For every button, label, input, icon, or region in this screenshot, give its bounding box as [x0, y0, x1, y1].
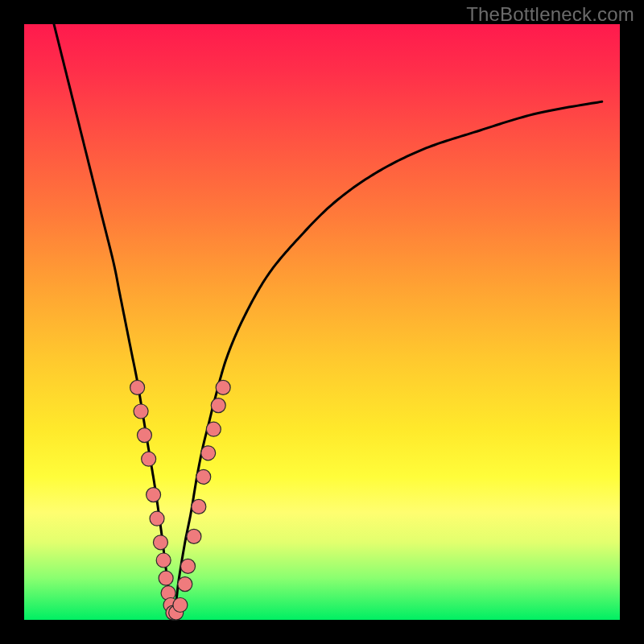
data-marker — [187, 529, 201, 543]
data-marker — [134, 404, 148, 419]
data-marker — [142, 452, 156, 466]
data-marker — [150, 511, 164, 526]
data-marker — [216, 380, 230, 394]
data-marker — [192, 499, 206, 514]
bottleneck-curve — [54, 24, 602, 620]
data-marker — [206, 422, 221, 436]
curve-right-branch — [173, 101, 602, 620]
data-marker — [173, 598, 188, 613]
data-marker — [178, 577, 192, 592]
data-marker — [153, 535, 167, 550]
marker-group — [130, 380, 231, 620]
chart-plot-area — [24, 24, 620, 620]
data-marker — [181, 559, 196, 573]
data-marker — [147, 488, 161, 502]
data-marker — [156, 553, 171, 568]
curve-left-branch — [54, 24, 173, 620]
data-marker — [159, 571, 173, 585]
watermark-text: TheBottleneck.com — [466, 3, 634, 26]
chart-frame: TheBottleneck.com — [0, 0, 644, 644]
data-marker — [196, 469, 211, 484]
data-marker — [130, 380, 145, 394]
chart-svg — [24, 24, 620, 620]
data-marker — [137, 428, 151, 443]
data-marker — [201, 446, 216, 460]
data-marker — [211, 398, 225, 413]
